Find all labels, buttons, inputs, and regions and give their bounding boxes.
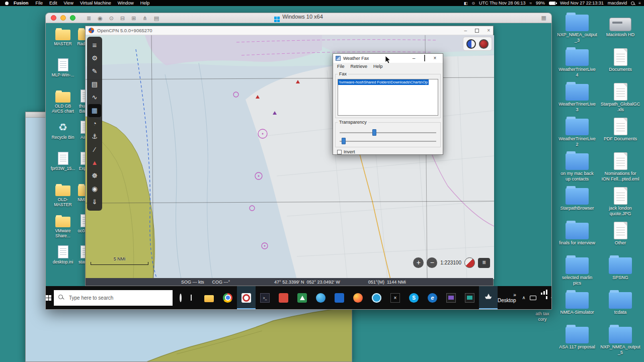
day-night-toggle-icon[interactable] [466,39,476,49]
menu-item[interactable]: Window [118,1,134,6]
vmware-layout-grid-icon[interactable]: ▦ [541,15,546,21]
menu-item[interactable]: File [337,64,345,69]
desktop-icon[interactable]: NXP_NMEA_output_5 [600,324,641,359]
desktop-icon[interactable]: OLD-MASTER [50,182,76,213]
desktop-icon[interactable]: WeatherTrinerLive4 [556,47,598,81]
opencpn-tool-icon[interactable] [88,143,101,156]
opencpn-tool-icon[interactable] [88,39,101,52]
taskbar-app-button[interactable] [256,286,274,309]
desktop-icon[interactable]: Nominations forION Fell...pted.eml [600,151,641,186]
volume-tray-icon[interactable] [551,295,551,300]
menu-bar-clock[interactable]: Wed Nov 27 22:13:31 [560,1,604,6]
tray-overflow-chevron-icon[interactable]: ∧ [522,295,526,300]
screenshot-icon[interactable]: ▤ [154,14,159,23]
taskbar-app-button[interactable] [479,286,498,309]
desktop-icon[interactable]: OLD GBAVCS chart [50,88,76,120]
zoom-out-button[interactable]: − [427,257,437,268]
taskbar-app-button[interactable] [200,286,218,309]
taskbar-app-button[interactable] [367,286,386,309]
gps-status-icon[interactable] [479,39,489,49]
fax-file-list[interactable]: \\vmware-host\Shared Folders\Downloads\C… [338,79,438,116]
minimize-traffic-light[interactable] [60,15,66,21]
menu-item[interactable]: Retrieve [351,64,368,69]
desktop-icon[interactable]: on my mac backup contacts [556,151,598,186]
desktop-icon[interactable]: MASTER [50,26,76,57]
opencpn-tool-icon[interactable] [88,91,101,104]
close-traffic-light[interactable] [51,15,56,21]
desktop-toolbar[interactable]: » Desktop [498,293,516,303]
desktop-icon[interactable]: NMEA-Simulator [556,290,598,324]
display-mirroring-icon[interactable]: ◧ [464,1,468,6]
taskbar-app-button[interactable] [330,286,349,309]
desktop-icon[interactable]: PDF Documents [600,116,641,151]
transparency-slider[interactable] [340,129,436,136]
compass-icon[interactable] [464,257,475,268]
taskbar-app-button[interactable] [218,286,237,309]
menu-item[interactable]: Help [373,64,383,69]
secondary-slider[interactable] [340,137,436,144]
network-tray-icon[interactable] [541,293,542,295]
close-button[interactable]: × [430,54,440,63]
menu-item[interactable]: Virtual Machine [80,1,111,6]
opencpn-title-bar[interactable]: OpenCPN 5.0.0+9065270 – × [86,26,493,35]
opencpn-tool-icon[interactable] [88,78,101,91]
opencpn-tool-icon[interactable] [88,117,101,130]
settings-sliders-icon[interactable]: ≣ [87,14,91,23]
desktop-icon[interactable]: MLP-Win-... [50,57,76,88]
maximize-button[interactable] [419,54,430,63]
fullscreen-icon[interactable]: ⊞ [131,14,136,23]
taskbar-app-button[interactable] [442,286,460,309]
toolbar-overflow-chevron[interactable]: » [513,293,516,298]
power-icon[interactable]: ⊙ [109,14,114,23]
desktop-icon[interactable]: Documents [600,47,641,81]
spotlight-search-icon[interactable] [631,2,634,5]
desktop-icon[interactable]: ASA 117 proposal [556,324,598,359]
desktop-icon[interactable]: finals for interview [556,220,598,255]
vmware-title-bar[interactable]: ≣ ◉ ⊙ ⊟ ⊞ ⋔ ▤ Windows 10 x64 ▦ [46,13,551,23]
menu-item[interactable]: Edit [49,1,57,6]
selected-fax-path[interactable]: \\vmware-host\Shared Folders\Downloads\C… [338,79,429,85]
suspend-icon[interactable]: ⊟ [120,14,125,23]
opencpn-tool-icon[interactable] [88,65,101,78]
taskbar-app-button[interactable] [349,286,367,309]
desktop-icon[interactable]: NXP_NMEA_output_3 [556,12,598,47]
opencpn-tool-icon[interactable] [88,130,101,143]
desktop-icon[interactable]: selected marlinpics [556,255,598,290]
menu-item[interactable]: File [36,1,43,6]
slider-thumb[interactable] [372,129,376,136]
taskbar-app-button[interactable] [405,286,423,309]
opencpn-tool-icon[interactable] [88,196,101,209]
opencpn-tool-icon[interactable] [88,169,101,183]
app-menu-fusion[interactable]: Fusion [14,1,29,6]
desktop-icon[interactable]: Other [600,220,641,255]
opencpn-tool-icon[interactable] [88,52,101,65]
minimize-button[interactable]: – [464,28,467,33]
taskbar-app-button[interactable] [311,286,330,309]
chart-menu-button[interactable]: ≡ [478,258,490,268]
apple-menu-icon[interactable] [5,2,9,5]
desktop-icon[interactable]: Macintosh HD [600,12,641,47]
desktop-icon[interactable]: SPSNG [600,255,641,290]
zoom-in-button[interactable]: + [413,257,424,268]
invert-option[interactable]: Invert [337,149,355,154]
desktop-icon[interactable]: Recycle Bin [50,120,76,151]
invert-checkbox[interactable] [337,150,342,154]
search-input[interactable] [54,290,173,306]
display-tray-icon[interactable] [530,296,536,300]
taskbar-app-button[interactable] [386,286,405,309]
desktop-icon[interactable]: Starpath_GlobalGC.xls [600,81,641,116]
task-view-icon[interactable] [191,295,192,301]
cortana-icon[interactable] [180,294,182,302]
desktop-icon[interactable]: WeatherTrinerLive3 [556,81,598,116]
partial-icon-label[interactable]: ath tax cory [526,311,558,322]
opencpn-tool-icon[interactable] [88,183,101,196]
zoom-traffic-light[interactable] [70,15,75,21]
status-icon[interactable]: ⊙ [471,1,475,6]
opencpn-tool-icon[interactable] [88,156,101,169]
taskbar-app-button[interactable] [237,286,256,309]
usb-icon[interactable]: ⋔ [142,14,147,23]
desktop-icon[interactable]: tcdata [600,290,641,324]
desktop-icon[interactable]: WeatherTrinerLive2 [556,116,598,151]
taskbar-app-button[interactable] [274,286,293,309]
slider-thumb[interactable] [342,138,346,144]
